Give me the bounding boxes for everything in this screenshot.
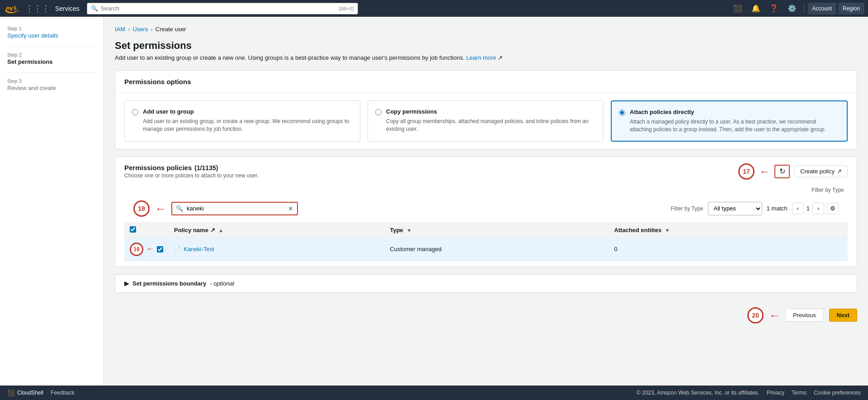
account-button[interactable]: Account: [808, 3, 836, 14]
policies-header: Permissions policies (1/1135) Choose one…: [115, 157, 857, 183]
policy-search-wrap: 🔍 ✕: [171, 202, 298, 215]
create-policy-label: Create policy: [800, 168, 835, 175]
create-policy-button[interactable]: Create policy ↗: [794, 165, 848, 177]
row-checkbox-cell: 19 ←: [124, 238, 169, 261]
global-search-input[interactable]: [101, 5, 336, 12]
perm-option-copy-permissions[interactable]: Copy permissions Copy all group membersh…: [368, 100, 604, 142]
filter-row: 18 ← 🔍 ✕ Filter by Type All types 1 matc…: [124, 197, 848, 222]
next-button[interactable]: Next: [829, 309, 857, 322]
sidebar: Step 1 Specify user details Step 2 Set p…: [0, 17, 104, 386]
external-link-icon: ↗: [498, 54, 503, 61]
annotation-18: 18: [133, 200, 150, 217]
perm-boundary-title: Set permissions boundary: [132, 280, 206, 287]
row-checkbox[interactable]: [157, 246, 163, 252]
perm-radio-copy-permissions[interactable]: [375, 109, 382, 115]
policy-search-icon: 🔍: [172, 205, 187, 212]
perm-radio-attach-directly[interactable]: [619, 110, 625, 116]
permissions-options-list: Add user to group Add user to an existin…: [115, 93, 857, 149]
permissions-policies-card: Permissions policies (1/1135) Choose one…: [115, 157, 857, 267]
filter-type-label: Filter by Type: [671, 205, 703, 212]
annotation-19-arrow: ←: [146, 244, 154, 254]
select-all-checkbox[interactable]: [130, 226, 136, 233]
aws-logo: [4, 4, 20, 14]
th-attached-entities: Attached entities ▼: [609, 222, 848, 238]
table-row: 19 ← 📄 Kaneki-Test: [124, 238, 848, 261]
perm-option-attach-directly[interactable]: Attach policies directly Attach a manage…: [611, 100, 848, 142]
policy-search-clear-icon[interactable]: ✕: [284, 205, 297, 212]
policies-title-group: Permissions policies (1/1135) Choose one…: [124, 164, 259, 179]
row-attached-cell: 0: [609, 238, 848, 261]
perm-boundary-optional: - optional: [210, 280, 234, 287]
breadcrumb-current: Create user: [156, 26, 186, 33]
policies-title: Permissions policies: [124, 164, 192, 171]
annotation-18-arrow: ←: [155, 202, 166, 215]
region-button[interactable]: Region: [838, 3, 864, 14]
row-type-cell: Customer managed: [384, 238, 609, 261]
perm-option-add-to-group[interactable]: Add user to group Add user to an existin…: [124, 100, 360, 142]
step2-label: Step 2: [7, 52, 96, 57]
table-settings-button[interactable]: ⚙: [827, 203, 839, 214]
perm-option-add-to-group-title: Add user to group: [143, 108, 353, 115]
policy-type-icon: 📄: [174, 246, 181, 252]
policy-search-input[interactable]: [187, 205, 284, 212]
nav-divider: [804, 4, 804, 13]
row-policy-name-cell: 📄 Kaneki-Test: [169, 238, 384, 261]
help-icon-button[interactable]: ❓: [766, 2, 782, 14]
global-search-bar[interactable]: 🔍 [Alt+S]: [87, 3, 358, 14]
hamburger-menu-icon[interactable]: ⋮⋮⋮: [24, 2, 52, 15]
policies-table: Policy name ↗ ▲ Type ▼ Attached entities…: [124, 222, 848, 261]
permissions-boundary-section: ▶ Set permissions boundary - optional: [115, 274, 857, 293]
search-icon: 🔍: [91, 5, 98, 12]
top-navigation: ⋮⋮⋮ Services 🔍 [Alt+S] ⬛ 🔔 ❓ ⚙️ Account …: [0, 0, 868, 17]
perm-radio-add-to-group[interactable]: [132, 109, 138, 115]
nav-right-controls: ⬛ 🔔 ❓ ⚙️ Account Region: [730, 2, 864, 14]
policy-link[interactable]: Kaneki-Test: [184, 246, 214, 252]
policies-subtitle: Choose one or more policies to attach to…: [124, 172, 259, 179]
filter-icon-type[interactable]: ▼: [406, 228, 411, 233]
filter-type-select[interactable]: All types: [708, 202, 762, 215]
refresh-button[interactable]: ↻: [774, 165, 790, 178]
annotation-20: 20: [747, 307, 764, 324]
match-count: 1 match: [767, 205, 788, 212]
annotation-19: 19: [130, 243, 143, 256]
breadcrumb-iam[interactable]: IAM: [115, 26, 125, 33]
step1-link[interactable]: Specify user details: [7, 32, 58, 39]
create-policy-external-icon: ↗: [837, 168, 842, 175]
breadcrumb-sep2: ›: [151, 26, 152, 33]
settings-icon-button[interactable]: ⚙️: [784, 2, 800, 14]
page-next-button[interactable]: ›: [812, 203, 824, 214]
previous-button[interactable]: Previous: [785, 309, 824, 322]
search-shortcut: [Alt+S]: [339, 6, 354, 11]
breadcrumb-users[interactable]: Users: [132, 26, 148, 33]
th-type: Type ▼: [384, 222, 609, 238]
cloud-icon-button[interactable]: ⬛: [730, 2, 746, 14]
annotation-20-arrow: ←: [769, 309, 780, 322]
services-label[interactable]: Services: [55, 5, 80, 12]
filter-icon-attached[interactable]: ▼: [665, 228, 670, 233]
th-policy-name: Policy name ↗ ▲: [169, 222, 384, 238]
step1-label: Step 1: [7, 26, 96, 31]
th-checkbox: [124, 222, 169, 238]
annotation-17: 17: [738, 163, 755, 180]
policies-table-wrap: Policy name ↗ ▲ Type ▼ Attached entities…: [115, 222, 857, 267]
expand-icon: ▶: [124, 280, 129, 287]
filter-by-type-label: Filter by Type: [811, 187, 844, 193]
page-number: 1: [807, 205, 810, 212]
search-filter-area: Filter by Type 18 ← 🔍 ✕ Filter by Type A…: [115, 183, 857, 222]
permissions-boundary-header[interactable]: ▶ Set permissions boundary - optional: [115, 275, 857, 292]
step2-current: Set permissions: [7, 58, 52, 65]
step3-inactive: Review and create: [7, 85, 56, 91]
pagination-controls: ‹ 1 › ⚙: [792, 203, 839, 214]
step3-label: Step 3: [7, 78, 96, 84]
page-prev-button[interactable]: ‹: [792, 203, 804, 214]
sort-icon-policy-name[interactable]: ▲: [218, 228, 223, 233]
perm-option-attach-desc: Attach a managed policy directly to a us…: [630, 118, 840, 133]
bell-icon-button[interactable]: 🔔: [748, 2, 764, 14]
sidebar-step-1: Step 1 Specify user details: [7, 26, 96, 39]
perm-option-add-to-group-desc: Add user to an existing group, or create…: [143, 118, 353, 133]
permissions-options-header: Permissions options: [115, 71, 857, 93]
permissions-options-card: Permissions options Add user to group Ad…: [115, 70, 857, 149]
annotation-17-arrow: ←: [759, 165, 770, 178]
learn-more-link[interactable]: Learn more: [466, 54, 496, 61]
policies-actions: 17 ← ↻ Create policy ↗: [738, 163, 848, 180]
